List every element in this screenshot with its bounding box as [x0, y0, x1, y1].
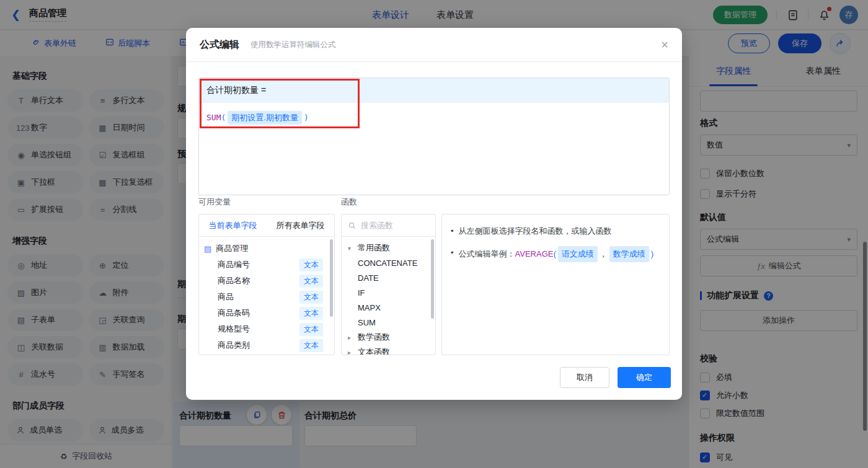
chevron-down-icon: ▾: [348, 245, 354, 252]
help-panel: • 从左侧面板选择字段名和函数，或输入函数 • 公式编辑举例：AVERAGE(语…: [441, 214, 670, 355]
field-type-badge: 文本: [299, 275, 323, 288]
form-icon: ▤: [204, 244, 211, 254]
tab-all-form-fields[interactable]: 所有表单字段: [267, 220, 334, 231]
tree-field-row[interactable]: 商品类别 文本: [204, 337, 332, 353]
tab-current-form-fields[interactable]: 当前表单字段: [199, 220, 267, 231]
page: ❮ 商品管理 表单设计 表单设置 数据管理 存 表单外链: [0, 0, 868, 468]
field-token[interactable]: 期初设置.期初数量: [228, 111, 302, 125]
example-token: 数学成绩: [609, 246, 649, 262]
tree-field-row[interactable]: 规格型号 文本: [204, 321, 332, 337]
field-type-badge: 文本: [299, 291, 323, 304]
function-name: SUM: [206, 113, 221, 122]
functions-label: 函数: [341, 196, 357, 208]
tree-field-list: 商品编号 文本 商品名称 文本 商品 文本: [204, 257, 332, 353]
modal-header: 公式编辑 使用数学运算符编辑公式 ×: [186, 28, 682, 62]
bullet-icon: •: [451, 224, 454, 238]
function-group-common[interactable]: ▾ 常用函数: [348, 241, 435, 255]
functions-panel: ▾ 常用函数 CONCATENATE DATE IF MAPX SUM: [341, 214, 436, 355]
function-item[interactable]: MAPX: [348, 300, 435, 315]
field-name: 商品编号: [218, 259, 250, 270]
cancel-button[interactable]: 取消: [560, 367, 609, 388]
functions-tree: ▾ 常用函数 CONCATENATE DATE IF MAPX SUM: [342, 237, 435, 355]
function-item[interactable]: CONCATENATE: [348, 255, 435, 270]
field-name: 商品类别: [218, 340, 250, 351]
formula-edit-modal: 公式编辑 使用数学运算符编辑公式 × 合计期初数量 = SUM(期初设置.期初数…: [186, 28, 682, 400]
bullet-icon: •: [451, 246, 454, 262]
function-search[interactable]: [342, 214, 435, 237]
formula-target: 合计期初数量 =: [199, 78, 669, 103]
tree-root-node[interactable]: ▤ 商品管理: [204, 241, 332, 257]
tip-line: • 从左侧面板选择字段名和函数，或输入函数: [451, 224, 664, 238]
formula-expression[interactable]: SUM(期初设置.期初数量): [199, 103, 669, 133]
field-type-badge: 文本: [299, 258, 323, 272]
function-item[interactable]: SUM: [348, 315, 435, 330]
function-item[interactable]: DATE: [348, 270, 435, 285]
example-token: 语文成绩: [558, 246, 598, 262]
modal-title: 公式编辑: [200, 38, 239, 51]
tree-field-row[interactable]: 商品条码 文本: [204, 305, 332, 321]
function-list: CONCATENATE DATE IF MAPX SUM: [348, 255, 435, 330]
field-type-badge: 文本: [299, 323, 323, 336]
close-icon[interactable]: ×: [661, 38, 668, 51]
field-type-badge: 文本: [299, 307, 323, 320]
variables-scrollbar[interactable]: [330, 239, 333, 317]
search-input[interactable]: [361, 221, 423, 230]
function-item[interactable]: IF: [348, 285, 435, 300]
modal-subtitle: 使用数学运算符编辑公式: [250, 40, 336, 50]
tree-field-row[interactable]: 商品 文本: [204, 289, 332, 305]
chevron-right-icon: ▸: [348, 349, 354, 356]
field-name: 商品: [218, 291, 234, 302]
variables-label: 可用变量: [198, 196, 231, 208]
variables-tree: ▤ 商品管理 商品编号 文本 商品名称 文本: [199, 237, 334, 353]
function-group-math[interactable]: ▸ 数学函数: [348, 330, 435, 345]
tip-example-line: • 公式编辑举例：AVERAGE(语文成绩，数学成绩): [451, 246, 664, 262]
functions-scrollbar[interactable]: [431, 239, 434, 319]
example-function-name: AVERAGE: [515, 249, 554, 258]
search-icon: [348, 221, 356, 230]
chevron-right-icon: ▸: [348, 334, 354, 341]
tree-field-row[interactable]: 商品编号 文本: [204, 257, 332, 273]
modal-footer: 取消 确定: [186, 367, 682, 388]
field-name: 规格型号: [218, 324, 250, 335]
confirm-button[interactable]: 确定: [618, 367, 671, 388]
variables-panel: 当前表单字段 所有表单字段 ▤ 商品管理 商品编号 文本: [198, 214, 335, 355]
variables-tabs: 当前表单字段 所有表单字段: [199, 214, 334, 237]
function-group-text[interactable]: ▸ 文本函数: [348, 345, 435, 355]
formula-editor[interactable]: 合计期初数量 = SUM(期初设置.期初数量): [198, 77, 670, 195]
field-name: 商品名称: [218, 275, 250, 286]
field-type-badge: 文本: [299, 339, 323, 352]
tree-field-row[interactable]: 商品名称 文本: [204, 273, 332, 289]
field-name: 商品条码: [218, 307, 250, 319]
